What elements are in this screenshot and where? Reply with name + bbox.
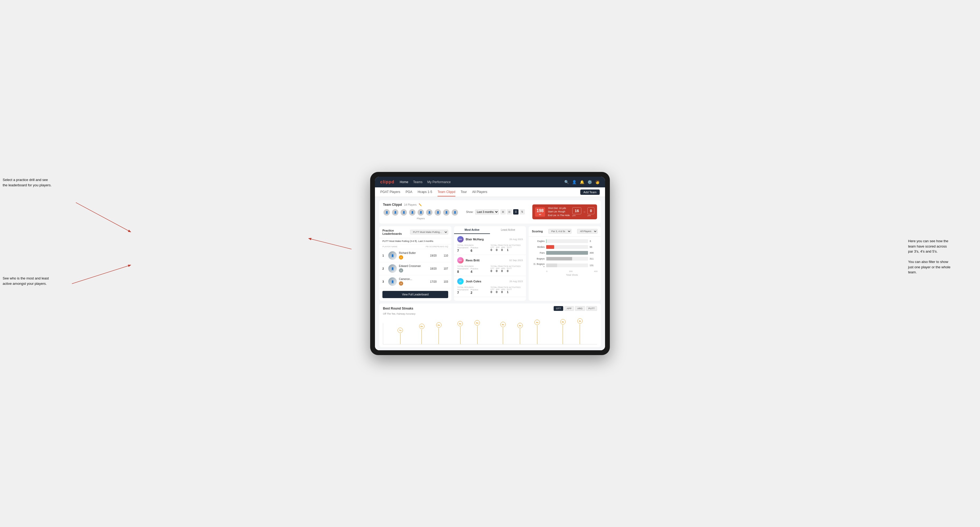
streak-pin-line (580, 324, 580, 344)
streak-pin: 5x (458, 321, 463, 344)
activity-player: JC Josh Coles 26 Aug 2023 (457, 278, 523, 284)
bar-row-birdies: Birdies 96 (532, 245, 598, 249)
subnav-all-players[interactable]: All Players (472, 188, 487, 197)
shot-dist-value: 198 (536, 208, 544, 213)
bar-container (546, 264, 588, 267)
players-label: Players (383, 216, 458, 221)
stat-total-rounds: Total Rounds Tournament 8 Practice (457, 265, 490, 274)
bar-value: 131 (590, 264, 598, 267)
x-tick: 400 (594, 270, 598, 273)
view-list-icon[interactable]: ☰ (513, 209, 519, 214)
streak-pin: 6x (419, 324, 425, 344)
bar-label: Eagles (532, 240, 545, 243)
streak-pin-line (563, 325, 563, 344)
practice-leaderboard-header: Practice Leaderboards PUTT Must Make Put… (379, 226, 451, 238)
streak-pin-line (439, 328, 439, 344)
streaks-tab-putt[interactable]: PUTT (586, 306, 597, 311)
streak-pin-label: 3x (560, 319, 566, 324)
annotation-top-left: Select a practice drill and seethe leade… (3, 177, 77, 187)
view-grid2-icon[interactable]: ⊟ (507, 209, 512, 214)
tablet-screen: clippd Home Teams My Performance 🔍 👤 🔔 ⚙… (375, 177, 605, 350)
view-filter-icon[interactable]: ⇅ (520, 209, 525, 214)
edit-icon[interactable]: ✏️ (418, 203, 422, 206)
streaks-tab-arg[interactable]: ARG (575, 306, 585, 311)
activity-avatar: JC (457, 278, 464, 284)
stat-mini-ott: OTT 0 (490, 268, 494, 273)
stat-practice-activities: Total Practice Activities OTT 0 APP (490, 286, 523, 295)
subnav-pgat[interactable]: PGAT Players (380, 188, 400, 197)
search-icon[interactable]: 🔍 (564, 180, 569, 184)
stat-row: Tournament 7 Practice 6 (457, 246, 490, 252)
stat-mini-value: 0 (496, 269, 500, 273)
activity-name: Josh Coles (466, 280, 508, 283)
stat-mini-app: APP 0 (496, 246, 500, 252)
view-full-leaderboard-button[interactable]: View Full Leaderboard (382, 291, 448, 298)
yds-box-2: 0 yds (587, 207, 594, 217)
avatar: 👤 (434, 209, 442, 216)
sub-nav: PGAT Players PGA Hcaps 1-5 Team Clippd T… (375, 187, 605, 197)
shot-card: 198 sc Shot Dist: 16 yds Start Lie: Roug… (532, 205, 597, 220)
streak-pin-line (520, 329, 520, 344)
avatar: 👤 (442, 209, 450, 216)
three-col-section: Practice Leaderboards PUTT Must Make Put… (379, 226, 601, 301)
stat-mini-value: 0 (496, 290, 500, 294)
stat-sub-label: Tournament (457, 268, 468, 270)
col-player: PLAYER NAME (382, 245, 426, 248)
view-grid-icon[interactable]: ⊞ (500, 209, 506, 214)
streaks-title: Best Round Streaks (383, 306, 413, 310)
activity-name: Rees Britt (466, 259, 508, 262)
stat-mini-arg: ARG 0 (501, 268, 505, 273)
stat-mini-value: 1 (507, 248, 512, 252)
stat-practice: Practice 6 (471, 246, 478, 252)
subnav-hcaps[interactable]: Hcaps 1-5 (418, 188, 432, 197)
subnav-tour[interactable]: Tour (461, 188, 467, 197)
stat-sub-label: Tournament (457, 246, 468, 249)
activity-item: JC Josh Coles 26 Aug 2023 Total Rounds T… (454, 276, 526, 297)
streak-pin-line (400, 333, 401, 344)
nav-my-performance[interactable]: My Performance (427, 179, 450, 185)
par-filter[interactable]: Par 3, 4 & 5s (548, 229, 571, 234)
lb-header: PLAYER NAME PB SCORE PB AVG SQ (379, 244, 451, 249)
lb-row: 2 👤 Edward Crossman 2 18/20 107 (379, 262, 451, 275)
tab-least-active[interactable]: Least Active (490, 226, 526, 234)
end-lie: End Lie: In The Hole (548, 214, 570, 217)
bar-label: Bogeys (532, 257, 545, 260)
bar-value: 96 (590, 246, 598, 248)
team-info-row: Team Clippd 14 Players ✏️ (383, 203, 458, 206)
yds-box-1: 16 yds (572, 207, 581, 217)
bar-value: 311 (590, 257, 598, 260)
streaks-tab-app[interactable]: APP (564, 306, 574, 311)
bar-row-eagles: Eagles 3 (532, 239, 598, 243)
streaks-tab-ott[interactable]: OTT (554, 306, 563, 311)
streak-pin-line (477, 326, 477, 344)
user-icon[interactable]: 👤 (572, 180, 577, 184)
bar-row-pars: Pars 499 (532, 251, 598, 255)
tab-most-active[interactable]: Most Active (454, 226, 490, 234)
lb-score: 19/20 (429, 254, 438, 257)
subnav-pga[interactable]: PGA (406, 188, 412, 197)
stat-mini-arg: ARG 0 (501, 289, 505, 294)
drill-select[interactable]: PUTT Must Make Putting... (410, 230, 448, 235)
bar-fill-birdies (546, 245, 554, 249)
activity-item: RB Rees Britt 02 Sep 2023 Total Rounds T… (454, 255, 526, 276)
player-filter[interactable]: All Players (577, 229, 598, 234)
avatar-icon[interactable]: 🧑 (595, 180, 600, 184)
bar-value: 3 (590, 240, 598, 243)
add-team-button[interactable]: Add Team (580, 189, 600, 195)
shot-dist-badge: 198 sc (535, 207, 546, 217)
bar-container (546, 251, 588, 255)
nav-teams[interactable]: Teams (413, 179, 422, 185)
lb-rank: 2 (382, 267, 386, 270)
lb-badge-silver: 2 (399, 268, 403, 273)
stat-mini-putt: PUTT 1 (507, 246, 512, 252)
bar-value: 499 (590, 252, 598, 254)
bar-label: Birdies (532, 246, 545, 248)
subnav-team-clippd[interactable]: Team Clippd (438, 188, 455, 197)
settings-icon[interactable]: ⚙️ (587, 180, 592, 184)
lb-name-section: Cameron... 3 (399, 278, 426, 286)
nav-home[interactable]: Home (400, 179, 408, 185)
bell-icon[interactable]: 🔔 (580, 180, 584, 184)
yds-label-2: yds (587, 214, 594, 217)
lb-name: Cameron... (399, 278, 426, 281)
show-select[interactable]: Last 3 months Last 6 months Last year (475, 210, 499, 214)
